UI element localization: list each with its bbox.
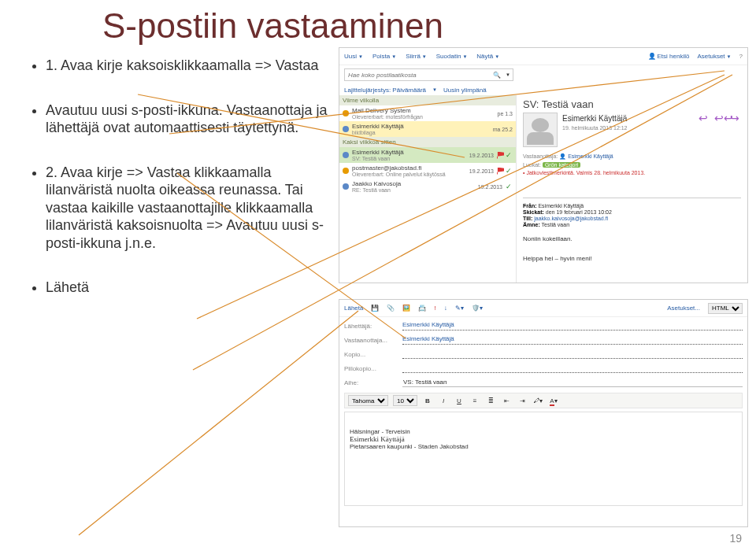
settings-button[interactable]: Asetukset▼ xyxy=(697,53,731,60)
format-toolbar: Tahoma 10 B I U ≡ ≣ ⇤ ⇥ 🖍▾ A▾ xyxy=(344,393,743,408)
bold-button[interactable]: B xyxy=(422,397,433,404)
bullet-list: 1. Avaa kirje kaksoisklikkaamalla => Vas… xyxy=(28,57,328,323)
sort-label[interactable]: Lajittelujärjestys: Päivämäärä xyxy=(344,87,426,94)
bullet-1: 1. Avaa kirje kaksoisklikkaamalla => Vas… xyxy=(46,57,328,75)
group-header: Viime viikolla xyxy=(339,95,516,105)
bcc-field[interactable] xyxy=(402,364,743,373)
font-select[interactable]: Tahoma xyxy=(348,395,388,406)
group-header: Kaksi viikkoa sitten xyxy=(339,137,516,147)
reading-pane: SV: Testiä vaan Esimerkki Käyttäjä 19. h… xyxy=(517,95,747,283)
list-item[interactable]: Esimerkki KäyttäjäSV: Testiä vaan 19.2.2… xyxy=(339,147,516,163)
new-button[interactable]: Uusi▼ xyxy=(344,53,363,60)
slide-number: 19 xyxy=(729,532,742,545)
bullets-button[interactable]: ≡ xyxy=(469,397,480,404)
from-field[interactable]: Esimerkki Käyttäjä xyxy=(402,321,743,331)
mail-icon xyxy=(343,168,349,174)
compose-fields: Lähettäjä:Esimerkki Käyttäjä Vastaanotta… xyxy=(339,317,747,391)
picture-icon[interactable]: 🖼️ xyxy=(402,305,410,312)
check-icon[interactable]: ✓ xyxy=(506,152,513,159)
permissions-icon[interactable]: 🛡️▾ xyxy=(472,305,483,312)
options-button[interactable]: Asetukset... xyxy=(667,305,700,312)
format-select[interactable]: HTML xyxy=(708,303,743,314)
send-button[interactable]: Lähetä xyxy=(344,305,363,312)
pane-subject: SV: Testiä vaan xyxy=(523,98,741,110)
italic-button[interactable]: I xyxy=(438,397,449,404)
bullet-4: Lähetä xyxy=(46,279,328,297)
to-field[interactable]: Esimerkki Käyttäjä xyxy=(402,335,743,345)
compose-toolbar: Lähetä 💾 📎 🖼️ 📇 ! ↓ ✎▾ 🛡️▾ Asetukset... … xyxy=(339,300,747,317)
numbering-button[interactable]: ≣ xyxy=(485,397,496,404)
pane-date: 19. helmikuuta 2013 12:12 xyxy=(562,125,628,131)
reply-icon[interactable]: ↩ xyxy=(699,114,710,124)
attach-icon[interactable]: 📎 xyxy=(387,305,395,312)
help-icon[interactable]: ? xyxy=(739,53,743,60)
search-input[interactable] xyxy=(345,71,491,79)
mail-icon xyxy=(343,110,349,116)
importance-low-icon[interactable]: ↓ xyxy=(444,305,447,312)
save-icon[interactable]: 💾 xyxy=(371,305,379,312)
font-color-button[interactable]: A▾ xyxy=(548,397,559,404)
list-item[interactable]: Mail Delivery SystemOlevererbart: motesf… xyxy=(339,105,516,121)
compose-screenshot: Lähetä 💾 📎 🖼️ 📇 ! ↓ ✎▾ 🛡️▾ Asetukset... … xyxy=(339,299,748,527)
inbox-toolbar: Uusi▼ Poista▼ Siirrä▼ Suodatin▼ Näytä▼ 👤… xyxy=(339,48,747,65)
page-title: S-postiin vastaaminen xyxy=(102,6,443,46)
find-person-button[interactable]: 👤 Etsi henkilö xyxy=(648,53,690,60)
filter-button[interactable]: Suodatin▼ xyxy=(436,53,468,60)
reply-all-icon[interactable]: ↩↩ xyxy=(714,114,725,124)
mail-icon xyxy=(343,152,349,158)
flag-icon[interactable] xyxy=(497,168,504,175)
avatar xyxy=(523,113,558,147)
check-icon[interactable]: ✓ xyxy=(506,168,513,175)
message-list: Viime viikolla Mail Delivery SystemOleve… xyxy=(339,95,517,283)
check-icon[interactable]: ✓ xyxy=(506,183,513,190)
search-icon[interactable]: 🔍 xyxy=(491,72,503,79)
compose-body[interactable]: Hälsningar - Terveisin Esimerkki Käyttäj… xyxy=(344,412,743,506)
bullet-3: 2. Avaa kirje => Vastaa klikkaamalla lil… xyxy=(46,164,328,253)
bullet-2: Avautuu uusi s-posti-ikkuna. Vastaanotta… xyxy=(46,102,328,137)
mail-icon xyxy=(343,183,349,190)
subject-field[interactable]: VS: Testiä vaan xyxy=(402,378,743,387)
sort-order[interactable]: Uusin ylimpänä xyxy=(443,87,487,94)
search-input-wrap: 🔍 ▼ xyxy=(344,68,513,81)
forward-icon[interactable]: ↪ xyxy=(730,114,741,124)
pane-sender: Esimerkki Käyttäjä xyxy=(562,114,627,123)
sort-row: Lajittelujärjestys: Päivämäärä▼ Uusin yl… xyxy=(339,84,747,95)
flag-icon[interactable] xyxy=(497,152,504,159)
indent-button[interactable]: ⇥ xyxy=(517,397,528,404)
delete-button[interactable]: Poista▼ xyxy=(372,53,396,60)
svg-line-5 xyxy=(79,311,358,535)
quoted-block: Från: Esimerkki Käyttäjä Skickat: den 19… xyxy=(523,198,741,262)
list-item[interactable]: Jaakko KaivosojaRE: Testiä vaan 19.2.201… xyxy=(339,179,516,194)
list-item[interactable]: postmaster@jakobstad.fiOlevererbart: Onl… xyxy=(339,163,516,179)
view-button[interactable]: Näytä▼ xyxy=(476,53,499,60)
importance-high-icon[interactable]: ! xyxy=(434,305,435,312)
highlight-button[interactable]: 🖍▾ xyxy=(532,397,543,404)
cc-field[interactable] xyxy=(402,349,743,359)
search-scope-icon[interactable]: ▼ xyxy=(503,72,513,77)
underline-button[interactable]: U xyxy=(454,397,465,404)
address-book-icon[interactable]: 📇 xyxy=(418,305,426,312)
outdent-button[interactable]: ⇤ xyxy=(501,397,512,404)
mail-icon xyxy=(343,126,349,132)
list-item[interactable]: Esimerkki Käyttäjäbiidbilaga ma 25.2 xyxy=(339,121,516,137)
signature-icon[interactable]: ✎▾ xyxy=(455,305,464,312)
move-button[interactable]: Siirrä▼ xyxy=(406,53,427,60)
size-select[interactable]: 10 xyxy=(393,395,417,406)
pane-meta: Vastaanottaja: 👤 Esimerkki Käyttäjä Luok… xyxy=(523,153,741,178)
inbox-screenshot: Uusi▼ Poista▼ Siirrä▼ Suodatin▼ Näytä▼ 👤… xyxy=(339,47,748,283)
